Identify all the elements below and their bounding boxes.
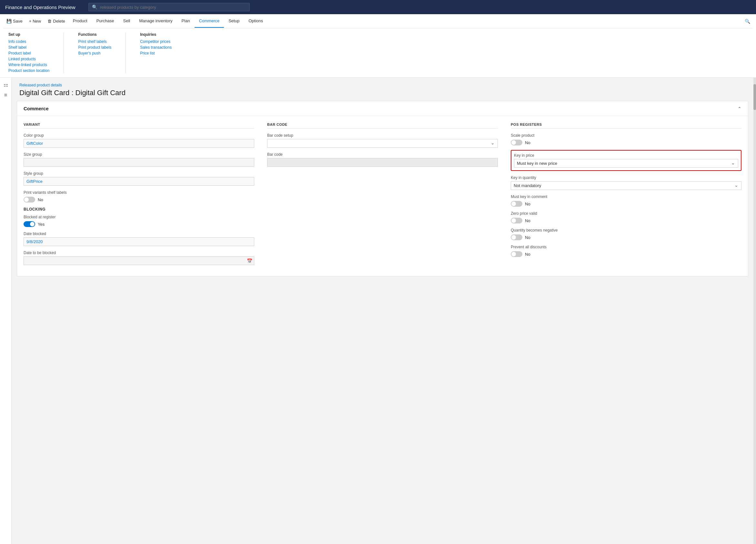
new-icon: + xyxy=(29,19,32,24)
delete-button[interactable]: 🗑 Delete xyxy=(44,17,68,25)
shelf-label-link[interactable]: Shelf label xyxy=(8,45,49,50)
style-group-input[interactable] xyxy=(24,177,254,186)
save-icon: 💾 xyxy=(6,19,12,24)
left-sidebar: ⚏ ≡ xyxy=(0,78,12,544)
section-title: Commerce xyxy=(24,106,49,111)
collapse-icon[interactable]: ⌃ xyxy=(738,106,741,111)
price-list-link[interactable]: Price list xyxy=(140,50,172,56)
prevent-all-discounts-value: No xyxy=(525,252,530,257)
print-product-labels-link[interactable]: Print product labels xyxy=(78,45,111,50)
print-shelf-labels-link[interactable]: Print shelf labels xyxy=(78,39,111,45)
zero-price-valid-toggle[interactable] xyxy=(511,218,522,224)
key-in-quantity-wrapper: Not mandatory Mandatory xyxy=(511,181,741,190)
quantity-becomes-negative-field: Quantity becomes negative No xyxy=(511,228,741,240)
bar-code-setup-select[interactable] xyxy=(267,139,498,148)
bar-code-field: Bar code xyxy=(267,152,498,167)
key-in-price-label: Key in price xyxy=(514,153,738,158)
color-group-input[interactable] xyxy=(24,139,254,148)
sales-transactions-link[interactable]: Sales transactions xyxy=(140,45,172,50)
size-group-input[interactable] xyxy=(24,158,254,167)
tab-purchase[interactable]: Purchase xyxy=(92,15,119,28)
style-group-field: Style group xyxy=(24,171,254,186)
new-button[interactable]: + New xyxy=(26,17,45,25)
search-bar[interactable]: 🔍 xyxy=(88,3,250,11)
scrollbar-thumb[interactable] xyxy=(753,84,756,110)
buyers-push-link[interactable]: Buyer's push xyxy=(78,50,111,56)
quantity-becomes-negative-label: Quantity becomes negative xyxy=(511,228,741,233)
must-key-in-comment-field: Must key in comment No xyxy=(511,195,741,207)
section-body: VARIANT Color group Size group Style gro… xyxy=(17,116,748,276)
scrollbar[interactable] xyxy=(753,78,756,544)
blocked-at-register-field: Blocked at register Yes xyxy=(24,215,254,227)
section-header[interactable]: Commerce ⌃ xyxy=(17,101,748,116)
color-group-label: Color group xyxy=(24,133,254,138)
barcode-header: BAR CODE xyxy=(267,123,498,129)
tab-options[interactable]: Options xyxy=(244,15,267,28)
inquiries-section: Inquiries Competitor prices Sales transa… xyxy=(140,32,172,74)
tab-product[interactable]: Product xyxy=(68,15,92,28)
pos-column: POS REGISTERS Scale product No xyxy=(511,123,741,270)
key-in-price-select[interactable]: Not mandatory Must key in new price Must… xyxy=(514,159,738,168)
scale-product-toggle[interactable] xyxy=(511,140,522,146)
bar-code-setup-wrapper xyxy=(267,139,498,148)
style-group-label: Style group xyxy=(24,171,254,176)
calendar-icon[interactable]: 📅 xyxy=(247,258,252,264)
key-in-quantity-select[interactable]: Not mandatory Mandatory xyxy=(511,181,741,190)
must-key-in-comment-value: No xyxy=(525,202,530,207)
filter-icon[interactable]: ⚏ xyxy=(4,82,8,88)
tab-setup[interactable]: Setup xyxy=(224,15,244,28)
competitor-prices-link[interactable]: Competitor prices xyxy=(140,39,172,45)
print-variants-row: Print variants shelf labels No xyxy=(24,190,254,203)
blocked-at-register-toggle[interactable] xyxy=(24,221,35,227)
commerce-section: Commerce ⌃ VARIANT Color group Size grou… xyxy=(17,101,748,276)
ribbon: 💾 Save + New 🗑 Delete Product Purchase S… xyxy=(0,14,756,78)
date-to-be-blocked-input[interactable] xyxy=(24,257,254,265)
print-variants-toggle[interactable] xyxy=(24,197,35,203)
functions-header: Functions xyxy=(78,32,111,37)
form-columns: VARIANT Color group Size group Style gro… xyxy=(24,123,741,270)
product-section-location-link[interactable]: Product section location xyxy=(8,68,49,74)
where-linked-products-link[interactable]: Where-linked products xyxy=(8,62,49,68)
zero-price-valid-label: Zero price valid xyxy=(511,211,741,216)
product-label-link[interactable]: Product label xyxy=(8,50,49,56)
barcode-column: BAR CODE Bar code setup Bar code xyxy=(267,123,498,270)
bar-code-label: Bar code xyxy=(267,152,498,157)
size-group-label: Size group xyxy=(24,152,254,157)
tab-commerce[interactable]: Commerce xyxy=(195,15,224,28)
key-in-quantity-field: Key in quantity Not mandatory Mandatory xyxy=(511,176,741,190)
page-title: Digital Gift Card : Digital Gift Card xyxy=(19,89,746,97)
prevent-all-discounts-toggle[interactable] xyxy=(511,251,522,257)
key-in-price-wrapper: Not mandatory Must key in new price Must… xyxy=(514,159,738,168)
tab-manage-inventory[interactable]: Manage inventory xyxy=(135,15,177,28)
date-to-be-blocked-field: Date to be blocked 📅 xyxy=(24,251,254,265)
info-codes-link[interactable]: Info codes xyxy=(8,39,49,45)
quantity-becomes-negative-value: No xyxy=(525,235,530,240)
bar-code-setup-label: Bar code setup xyxy=(267,133,498,138)
quantity-becomes-negative-toggle[interactable] xyxy=(511,235,522,240)
prevent-all-discounts-label: Prevent all discounts xyxy=(511,245,741,249)
save-button[interactable]: 💾 Save xyxy=(3,17,26,25)
tab-plan[interactable]: Plan xyxy=(177,15,195,28)
menu-icon[interactable]: ≡ xyxy=(4,92,7,98)
scale-product-field: Scale product No xyxy=(511,133,741,146)
date-blocked-input[interactable] xyxy=(24,237,254,246)
inquiries-header: Inquiries xyxy=(140,32,172,37)
main-content: Released product details Digital Gift Ca… xyxy=(12,78,753,544)
search-input[interactable] xyxy=(100,5,246,10)
bar-code-input[interactable] xyxy=(267,158,498,167)
ribbon-tabs: Product Purchase Sell Manage inventory P… xyxy=(68,15,267,28)
top-bar: Finance and Operations Preview 🔍 xyxy=(0,0,756,14)
linked-products-link[interactable]: Linked products xyxy=(8,56,49,62)
must-key-in-comment-toggle[interactable] xyxy=(511,201,522,207)
key-in-quantity-label: Key in quantity xyxy=(511,176,741,180)
zero-price-valid-field: Zero price valid No xyxy=(511,211,741,224)
variant-column: VARIANT Color group Size group Style gro… xyxy=(24,123,254,270)
pos-header: POS REGISTERS xyxy=(511,123,741,129)
divider-1 xyxy=(64,32,64,74)
date-to-be-blocked-wrapper: 📅 xyxy=(24,257,254,265)
divider-2 xyxy=(126,32,126,74)
ribbon-search-icon[interactable]: 🔍 xyxy=(742,16,753,26)
setup-header: Set up xyxy=(8,32,49,37)
breadcrumb[interactable]: Released product details xyxy=(19,83,746,87)
tab-sell[interactable]: Sell xyxy=(119,15,135,28)
